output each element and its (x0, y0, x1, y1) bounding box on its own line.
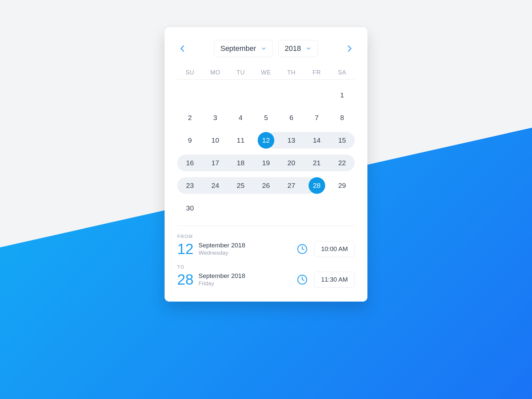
day-wrap: 23 (177, 177, 202, 194)
weeks-container: 1234567891011121314151617181920212223242… (177, 84, 355, 219)
day-cell[interactable]: 15 (334, 132, 350, 149)
day-cell[interactable]: 9 (182, 132, 198, 149)
weekday-label: FR (304, 69, 329, 76)
day-cell[interactable]: 28 (309, 177, 325, 194)
day-cell[interactable]: 6 (283, 109, 300, 126)
from-month-year: September 2018 (199, 242, 245, 249)
day-cell[interactable]: 30 (182, 200, 198, 216)
to-block: TO 28 September 2018 Friday 11:30 AM (177, 264, 355, 288)
day-wrap (177, 86, 202, 104)
week-row: 30 (177, 197, 355, 219)
day-cell[interactable]: 11 (232, 132, 249, 149)
from-row: 12 September 2018 Wednesday 10:00 AM (177, 241, 355, 257)
week-row: 16171819202122 (177, 152, 355, 174)
day-wrap: 15 (330, 132, 355, 149)
day-cell[interactable]: 21 (309, 155, 325, 171)
year-select[interactable]: 2018 (278, 40, 318, 57)
day-wrap: 10 (202, 132, 228, 149)
day-cell[interactable]: 12 (258, 132, 274, 149)
day-wrap: 28 (304, 177, 329, 194)
day-cell[interactable]: 25 (232, 177, 249, 194)
day-wrap: 18 (228, 154, 253, 172)
week-row: 23242526272829 (177, 174, 355, 197)
day-wrap (253, 200, 279, 217)
weekday-row: SU MO TU WE TH FR SA (177, 69, 355, 80)
month-year-selects: September 2018 (214, 40, 318, 57)
weekday-label: TU (228, 69, 253, 76)
day-wrap: 5 (253, 109, 279, 126)
to-weekday: Friday (199, 280, 245, 287)
day-wrap (202, 86, 228, 104)
from-time-value: 10:00 AM (321, 245, 348, 252)
day-wrap: 19 (253, 154, 279, 172)
day-wrap: 4 (228, 109, 253, 126)
day-wrap (304, 86, 329, 104)
calendar-header: September 2018 (177, 40, 355, 60)
day-wrap (330, 200, 355, 217)
from-label: FROM (177, 234, 355, 239)
day-wrap: 24 (202, 177, 228, 194)
day-wrap: 3 (202, 109, 228, 126)
day-cell[interactable]: 27 (283, 177, 300, 194)
weekday-label: TH (279, 69, 304, 76)
date-range-picker: September 2018 SU MO TU WE TH FR SA (165, 27, 367, 302)
day-wrap: 22 (330, 154, 355, 172)
day-cell[interactable]: 18 (232, 155, 249, 171)
day-cell[interactable]: 10 (207, 132, 223, 149)
day-cell[interactable]: 23 (182, 177, 198, 194)
week-row: 9101112131415 (177, 129, 355, 152)
chevron-down-icon (261, 46, 267, 52)
to-day: 28 (177, 272, 199, 287)
chevron-right-icon[interactable] (345, 44, 354, 53)
day-cell[interactable]: 3 (207, 109, 223, 126)
day-wrap: 29 (330, 177, 355, 194)
day-wrap (304, 200, 329, 217)
day-cell[interactable]: 20 (283, 155, 300, 171)
day-wrap: 30 (177, 200, 202, 217)
from-text: September 2018 Wednesday (199, 242, 245, 256)
day-wrap (279, 200, 304, 217)
weekday-label: SA (330, 69, 355, 76)
day-wrap: 14 (304, 132, 329, 149)
day-cell[interactable]: 7 (309, 109, 325, 126)
day-cell[interactable]: 16 (182, 155, 198, 171)
day-cell[interactable]: 8 (334, 109, 350, 126)
day-wrap: 9 (177, 132, 202, 149)
day-cell[interactable]: 14 (309, 132, 325, 149)
day-wrap: 16 (177, 154, 202, 172)
chevron-down-icon (306, 46, 312, 52)
day-cell[interactable]: 29 (334, 177, 350, 194)
from-day: 12 (177, 242, 199, 256)
day-wrap: 20 (279, 154, 304, 172)
day-cell[interactable]: 4 (232, 109, 249, 126)
divider (177, 225, 355, 226)
chevron-left-icon[interactable] (178, 44, 187, 53)
day-cell[interactable]: 1 (334, 87, 350, 103)
year-label: 2018 (285, 44, 301, 53)
calendar-grid: SU MO TU WE TH FR SA 1234567891011121314… (177, 69, 355, 219)
day-cell[interactable]: 2 (182, 109, 198, 126)
day-wrap: 21 (304, 154, 329, 172)
weekday-label: MO (202, 69, 228, 76)
day-wrap: 26 (253, 177, 279, 194)
from-weekday: Wednesday (199, 250, 245, 256)
to-month-year: September 2018 (199, 272, 245, 280)
clock-icon (296, 274, 308, 286)
day-cell[interactable]: 5 (258, 109, 274, 126)
day-cell[interactable]: 19 (258, 155, 274, 171)
day-wrap: 7 (304, 109, 329, 126)
day-cell[interactable]: 13 (283, 132, 300, 149)
day-cell[interactable]: 26 (258, 177, 274, 194)
day-wrap: 8 (330, 109, 355, 126)
day-wrap (253, 86, 279, 104)
month-select[interactable]: September (214, 40, 273, 57)
day-wrap: 2 (177, 109, 202, 126)
to-time-input[interactable]: 11:30 AM (314, 272, 355, 288)
day-wrap: 1 (330, 86, 355, 104)
day-cell[interactable]: 22 (334, 155, 350, 171)
week-row: 1 (177, 84, 355, 106)
month-label: September (220, 44, 256, 53)
day-wrap: 12 (253, 132, 279, 149)
from-time-input[interactable]: 10:00 AM (314, 241, 355, 257)
day-wrap: 25 (228, 177, 253, 194)
